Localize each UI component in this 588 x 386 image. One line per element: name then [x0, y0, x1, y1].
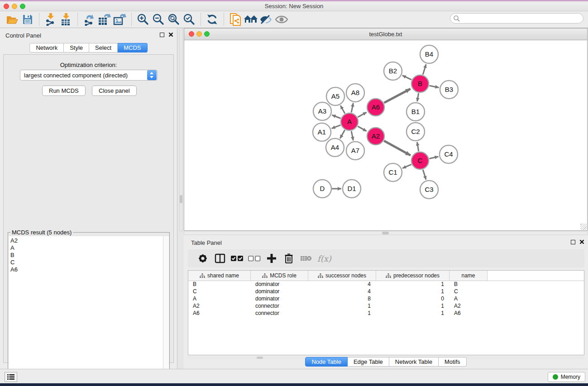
delete-table-icon[interactable] — [297, 252, 315, 265]
tab-select[interactable]: Select — [89, 43, 118, 52]
table-row[interactable]: A6connector11A6 — [188, 310, 584, 317]
edge-B-B3[interactable] — [430, 86, 439, 87]
column-header[interactable]: name — [449, 271, 488, 281]
float-panel-icon[interactable] — [160, 33, 164, 37]
close-panel-button[interactable]: Close panel — [92, 86, 137, 96]
minimize-traffic-light[interactable] — [12, 4, 17, 9]
refresh-icon[interactable] — [205, 13, 220, 26]
column-header[interactable]: predecessor nodes — [376, 271, 449, 281]
table-cell[interactable]: 8 — [308, 295, 376, 303]
float-panel-icon[interactable] — [571, 240, 575, 244]
minimize-traffic-light[interactable] — [196, 31, 202, 37]
table-cell[interactable]: 1 — [376, 310, 449, 317]
tab-edge-table[interactable]: Edge Table — [348, 357, 389, 367]
edge-B-B4[interactable] — [423, 64, 426, 75]
table-row[interactable]: A2connector11A2 — [188, 303, 584, 310]
edge-A-A7[interactable] — [351, 131, 353, 141]
close-panel-icon[interactable] — [168, 32, 173, 37]
zoom-traffic-light[interactable] — [20, 4, 25, 9]
table-cell[interactable]: dominator — [251, 288, 308, 295]
tab-network[interactable]: Network — [29, 43, 64, 52]
scrollbar-thumb[interactable] — [180, 195, 182, 203]
edge-A-A4[interactable] — [340, 130, 344, 138]
table-row[interactable]: Adominator80A — [188, 295, 584, 303]
edge-A6-B[interactable] — [384, 89, 411, 103]
clear-checks-icon[interactable] — [246, 252, 263, 265]
table-cell[interactable]: connector — [251, 310, 308, 317]
result-list-item[interactable]: A — [10, 244, 164, 252]
edge-C-C3[interactable] — [423, 170, 426, 180]
edge-A2-C[interactable] — [384, 141, 411, 155]
show-details-icon[interactable] — [274, 13, 289, 26]
network-window-titlebar[interactable]: testGlobe.txt — [184, 29, 587, 40]
search-box[interactable] — [450, 13, 583, 24]
tab-node-table[interactable]: Node Table — [305, 357, 348, 367]
edge-A-A8[interactable] — [351, 103, 353, 113]
edge-C-C2[interactable] — [417, 142, 419, 152]
mcds-result-list[interactable]: A2ABCA6 — [9, 236, 164, 384]
save-icon[interactable] — [20, 13, 35, 26]
hide-details-icon[interactable] — [258, 13, 274, 26]
result-list-item[interactable]: C — [10, 259, 164, 266]
export-table-icon[interactable] — [97, 13, 112, 26]
edge-B-B2[interactable] — [402, 76, 411, 80]
export-network-icon[interactable] — [81, 13, 97, 26]
table-cell[interactable]: 0 — [376, 295, 449, 303]
table-cell[interactable]: B — [188, 281, 251, 288]
tab-motifs[interactable]: Motifs — [439, 357, 467, 367]
close-panel-icon[interactable] — [579, 239, 584, 244]
split-columns-icon[interactable] — [211, 252, 229, 265]
run-mcds-button[interactable]: Run MCDS — [42, 86, 86, 96]
overview-houses-icon[interactable] — [243, 13, 258, 26]
table-cell[interactable]: A6 — [449, 310, 488, 317]
table-cell[interactable]: 4 — [308, 281, 376, 288]
table-cell[interactable]: 1 — [308, 303, 376, 310]
edge-B-B1[interactable] — [417, 93, 419, 102]
result-list-item[interactable]: A2 — [10, 237, 164, 244]
close-traffic-light[interactable] — [189, 31, 194, 37]
table-cell[interactable]: B — [449, 281, 488, 288]
result-scrollbar[interactable] — [163, 236, 169, 384]
zoom-fit-icon[interactable] — [166, 13, 182, 26]
edge-A-A6[interactable] — [358, 112, 366, 117]
zoom-in-icon[interactable] — [135, 13, 151, 26]
search-input[interactable] — [460, 14, 583, 23]
tab-mcds[interactable]: MCDS — [118, 43, 147, 52]
column-header[interactable]: successor nodes — [308, 271, 376, 281]
table-row[interactable]: Bdominator41B — [188, 281, 584, 288]
table-cell[interactable]: A6 — [188, 310, 251, 317]
resize-grip-icon[interactable] — [580, 224, 587, 230]
table-cell[interactable]: 1 — [308, 310, 376, 317]
select-all-checks-icon[interactable] — [229, 252, 246, 265]
network-document-icon[interactable] — [228, 13, 243, 26]
table-cell[interactable]: C — [449, 288, 488, 295]
node-table[interactable]: shared nameMCDS rolesuccessor nodesprede… — [188, 270, 584, 355]
scrollbar-thumb[interactable] — [382, 232, 389, 234]
edge-C-C4[interactable] — [429, 157, 438, 158]
network-horizontal-scrollbar[interactable] — [184, 231, 588, 235]
export-image-icon[interactable] — [112, 13, 128, 26]
task-history-button[interactable] — [5, 372, 17, 382]
tab-style[interactable]: Style — [64, 43, 89, 52]
zoom-selected-icon[interactable] — [182, 13, 197, 26]
table-cell[interactable]: A2 — [188, 303, 251, 310]
result-list-item[interactable]: A6 — [10, 266, 164, 273]
zoom-traffic-light[interactable] — [204, 31, 210, 37]
add-icon[interactable] — [263, 252, 280, 265]
table-cell[interactable]: A2 — [449, 303, 488, 310]
tab-network-table[interactable]: Network Table — [389, 357, 439, 367]
column-header[interactable]: shared name — [188, 271, 251, 281]
open-folder-icon[interactable] — [5, 13, 20, 26]
table-cell[interactable]: A — [449, 295, 488, 303]
gear-icon[interactable] — [194, 252, 211, 265]
table-cell[interactable]: connector — [251, 303, 308, 310]
zoom-out-icon[interactable] — [151, 13, 166, 26]
network-canvas[interactable]: AA1A2A3A4A5A6A7A8BB1B2B3B4CC1C2C3C4DD1 — [184, 40, 587, 230]
column-header[interactable]: MCDS role — [251, 271, 308, 281]
network-vertical-scrollbar[interactable] — [179, 28, 183, 231]
table-cell[interactable]: dominator — [251, 295, 308, 303]
criterion-dropdown[interactable]: largest connected component (directed) — [20, 70, 158, 81]
table-cell[interactable]: dominator — [251, 281, 308, 288]
edge-A-A5[interactable] — [340, 105, 345, 114]
edge-A-A3[interactable] — [332, 115, 340, 118]
